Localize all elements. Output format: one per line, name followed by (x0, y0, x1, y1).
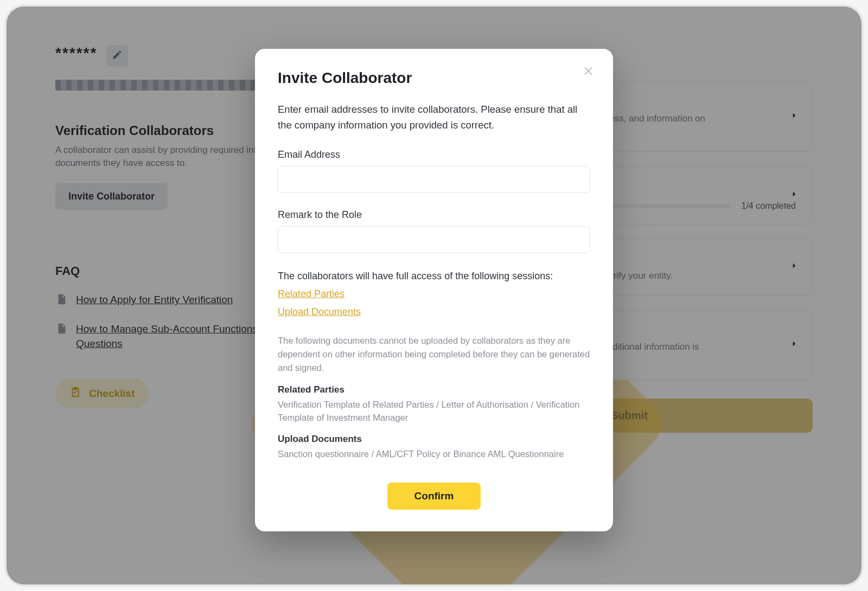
invite-collaborator-modal: Invite Collaborator Enter email addresse… (255, 49, 613, 531)
access-link-upload-documents[interactable]: Upload Documents (278, 306, 590, 318)
close-icon (583, 65, 595, 79)
remark-label: Remark to the Role (278, 209, 590, 221)
restriction-heading: Related Parties (278, 384, 590, 395)
restriction-line: Sanction questionnaire / AML/CFT Policy … (278, 448, 590, 461)
modal-intro-text: Enter email addresses to invite collabor… (278, 102, 590, 133)
restriction-line: Verification Template of Related Parties… (278, 399, 590, 425)
confirm-button[interactable]: Confirm (387, 483, 481, 510)
access-link-related-parties[interactable]: Related Parties (278, 288, 590, 300)
restriction-heading: Upload Documents (278, 434, 590, 445)
confirm-label: Confirm (414, 490, 454, 502)
modal-title: Invite Collaborator (278, 69, 590, 87)
access-intro-text: The collaborators will have full access … (278, 271, 590, 282)
restriction-intro: The following documents cannot be upload… (278, 334, 590, 374)
email-label: Email Address (278, 149, 590, 160)
remark-input[interactable] (278, 226, 590, 253)
modal-close-button[interactable] (580, 64, 597, 80)
email-input[interactable] (278, 166, 590, 193)
